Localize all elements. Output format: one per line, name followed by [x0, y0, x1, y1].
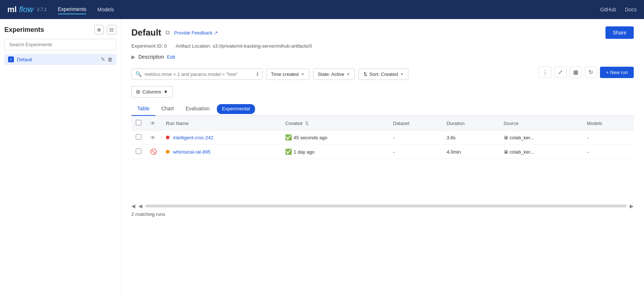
nav-docs[interactable]: Docs	[625, 5, 637, 14]
row1-run-link[interactable]: intelligent-croc-242	[173, 135, 214, 140]
provide-feedback-link[interactable]: Provide Feedback ↗	[174, 30, 218, 36]
sidebar: Experiments ⊕ ⊟ ✓ Default ✎ 🗑	[0, 19, 121, 298]
nav-github[interactable]: GitHub	[600, 5, 616, 14]
eye-icon-header: 👁	[150, 120, 156, 126]
new-run-button[interactable]: + New run	[600, 67, 634, 78]
external-link-icon: ↗	[214, 30, 218, 36]
row2-checkbox[interactable]	[136, 148, 141, 154]
logo-version: 2.7.1	[37, 7, 47, 12]
chevron-right-icon: ▶	[131, 54, 135, 60]
row2-eye-off-icon[interactable]: 🚫	[150, 148, 157, 155]
experiment-checkbox-checked[interactable]: ✓	[8, 56, 14, 62]
sort-created-icon[interactable]: ⇅	[305, 121, 309, 126]
artifact-location: Artifact Location: s3://private/ml-track…	[176, 43, 312, 49]
description-edit-link[interactable]: Edit	[167, 54, 175, 60]
tab-table[interactable]: Table	[131, 102, 155, 116]
state-label: State: Active	[318, 71, 344, 77]
th-duration: Duration	[442, 116, 499, 130]
row1-models-cell: -	[582, 130, 634, 145]
filter-input[interactable]	[145, 71, 254, 77]
copy-icon[interactable]: ⧉	[165, 29, 170, 36]
row2-created: 1 day ago	[294, 149, 314, 155]
runs-table: 👁 Run Name Created ⇅ Dataset Duration	[131, 116, 634, 159]
nav-models[interactable]: Models	[97, 5, 114, 14]
nav-left: mlflow 2.7.1 Experiments Models	[7, 5, 114, 14]
sort-caret: ▼	[400, 72, 404, 76]
row2-source: colab_ker...	[510, 149, 534, 155]
sidebar-header: Experiments ⊕ ⊟	[4, 25, 116, 34]
sort-dropdown[interactable]: ⇅ Sort: Created ▼	[359, 69, 408, 80]
row2-source-icon: 🖥	[503, 149, 508, 155]
scroll-left-arrow[interactable]: ◀	[131, 203, 135, 209]
main-content: Default ⧉ Provide Feedback ↗ Share Exper…	[121, 19, 644, 298]
share-button[interactable]: Share	[605, 26, 634, 39]
row1-source-icon: 🖥	[503, 135, 508, 140]
scroll-track[interactable]	[145, 205, 627, 207]
select-all-checkbox[interactable]	[136, 120, 141, 125]
time-created-dropdown[interactable]: Time created ▼	[266, 69, 309, 80]
sort-icon: ⇅	[363, 71, 367, 77]
row1-eye-icon[interactable]: 👁	[150, 135, 156, 141]
feedback-label: Provide Feedback	[174, 30, 212, 36]
row2-duration-cell: 4.0min	[442, 145, 499, 159]
search-filter: 🔍 ℹ	[131, 69, 262, 80]
app-layout: Experiments ⊕ ⊟ ✓ Default ✎ 🗑 Default ⧉	[0, 19, 644, 298]
description-label: Description	[138, 54, 164, 60]
th-models: Models	[582, 116, 634, 130]
filter-bar: 🔍 ℹ Time created ▼ State: Active ▼ ⇅ Sor…	[131, 66, 634, 82]
scroll-right-arrow[interactable]: ▶	[630, 203, 634, 209]
tab-evaluation[interactable]: Evaluation	[180, 102, 215, 116]
description-row[interactable]: ▶ Description Edit	[131, 54, 634, 60]
actions-bar: ⋮ ⤢ ▦ ↻ + New run	[539, 66, 634, 78]
scroll-left-inner-arrow[interactable]: ◀	[138, 203, 142, 209]
top-nav: mlflow 2.7.1 Experiments Models GitHub D…	[0, 0, 644, 19]
matching-runs-label: 2 matching runs	[131, 211, 165, 217]
experiment-id: Experiment ID: 0	[131, 43, 167, 49]
columns-grid-icon: ⊞	[136, 89, 140, 95]
row1-source-cell: 🖥 colab_ker...	[499, 130, 582, 145]
time-created-label: Time created	[271, 71, 298, 77]
meta-row: Experiment ID: 0 Artifact Location: s3:/…	[131, 43, 634, 49]
nav-experiments[interactable]: Experiments	[58, 5, 87, 14]
search-experiments-input[interactable]	[4, 39, 116, 50]
logo-flow: flow	[19, 5, 33, 14]
row2-checkbox-cell	[131, 145, 146, 159]
row1-status-ok-icon: ✅	[285, 134, 292, 140]
th-visibility: 👁	[146, 116, 161, 130]
nav-right: GitHub Docs	[600, 5, 637, 14]
row2-run-name-cell: whimsical-rat-895	[161, 145, 281, 159]
scroll-bar-row: ◀ ◀ ▶	[131, 203, 634, 209]
th-created: Created ⇅	[281, 116, 389, 130]
tab-experimental[interactable]: Experimental	[217, 104, 255, 114]
more-options-button[interactable]: ⋮	[539, 66, 552, 78]
row2-run-link[interactable]: whimsical-rat-895	[173, 149, 211, 155]
fullscreen-button[interactable]: ⤢	[554, 66, 567, 78]
edit-experiment-button[interactable]: ✎	[101, 56, 105, 62]
experiment-item-default[interactable]: ✓ Default ✎ 🗑	[4, 54, 116, 65]
layout-button[interactable]: ▦	[570, 66, 582, 78]
row2-visibility-cell: 🚫	[146, 145, 161, 159]
refresh-button[interactable]: ↻	[585, 66, 597, 78]
state-caret: ▼	[346, 72, 350, 76]
tabs: Table Chart Evaluation Experimental	[131, 102, 634, 116]
experiment-actions: ✎ 🗑	[101, 56, 113, 62]
row2-models-cell: -	[582, 145, 634, 159]
collapse-sidebar-button[interactable]: ⊟	[107, 25, 116, 34]
row1-status-dot	[166, 136, 170, 139]
logo-ml: ml	[7, 5, 17, 14]
row2-models: -	[587, 149, 588, 155]
row1-dataset: -	[393, 135, 394, 140]
columns-bar: ⊞ Columns ▼	[131, 86, 634, 98]
add-experiment-button[interactable]: ⊕	[94, 25, 104, 34]
time-created-caret: ▼	[301, 72, 305, 76]
info-icon[interactable]: ℹ	[256, 71, 258, 77]
delete-experiment-button[interactable]: 🗑	[108, 56, 113, 62]
table-row: 🚫 whimsical-rat-895 ✅ 1 day ago - 4.0min	[131, 145, 634, 159]
th-source: Source	[499, 116, 582, 130]
row1-checkbox[interactable]	[136, 134, 141, 140]
tab-chart[interactable]: Chart	[155, 102, 179, 116]
state-dropdown[interactable]: State: Active ▼	[313, 69, 355, 80]
row2-source-cell: 🖥 colab_ker...	[499, 145, 582, 159]
columns-button[interactable]: ⊞ Columns ▼	[131, 86, 173, 98]
row1-run-name-cell: intelligent-croc-242	[161, 130, 281, 145]
